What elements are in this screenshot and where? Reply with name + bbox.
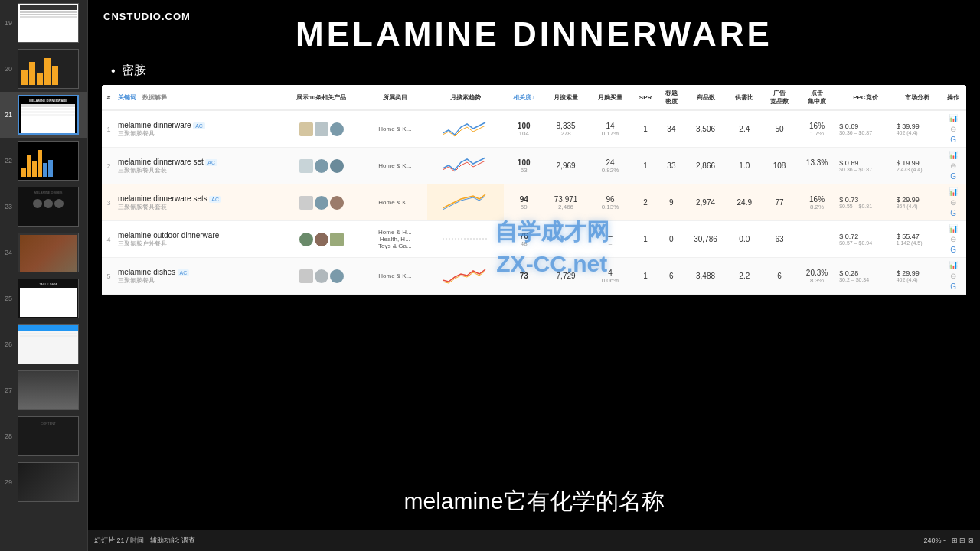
taskbar: 幻灯片 21 / 时间 辅助功能: 调查 240% - ⊞ ⊟ ⊠ bbox=[88, 530, 980, 551]
keyword-cn-2: 三聚氰胺餐具套装 bbox=[118, 166, 278, 174]
col-category: 所属类目 bbox=[363, 85, 427, 110]
slide-thumb-23[interactable]: 23 MELAMINE DISHES bbox=[0, 184, 87, 230]
products-5: 3,488 bbox=[684, 258, 727, 295]
circle-icon-1[interactable]: ⊖ bbox=[950, 125, 956, 133]
ppc-4: $ 0.72 $0.57 – $0.94 bbox=[837, 221, 893, 258]
trend-1 bbox=[427, 110, 505, 148]
monthly-buy-4: – – bbox=[588, 221, 632, 258]
product-images-3 bbox=[280, 184, 363, 221]
title-density-5: 6 bbox=[658, 258, 684, 295]
chart-icon-4[interactable]: 📊 bbox=[949, 224, 958, 233]
slide-thumb-28[interactable]: 28 CONTENT bbox=[0, 413, 87, 459]
monthly-buy-1: 14 0.17% bbox=[588, 110, 632, 148]
monthly-search-5: 7,729 bbox=[544, 258, 588, 295]
chart-icon-5[interactable]: 📊 bbox=[949, 261, 958, 269]
slide-thumb-24[interactable]: 24 bbox=[0, 230, 87, 276]
relevance-5: 73 bbox=[504, 258, 544, 295]
keyword-cell-3: melamine dinnerware sets AC 三聚氰胺餐具套装 bbox=[116, 184, 280, 221]
slide-num-19: 19 bbox=[5, 19, 15, 27]
product-images-1 bbox=[280, 110, 363, 148]
row-num-5: 5 bbox=[102, 258, 116, 295]
ppc-2: $ 0.69 $0.36 – $0.87 bbox=[837, 148, 893, 184]
col-num: # bbox=[102, 85, 116, 110]
col-keyword: 关键词 数据解释 bbox=[116, 85, 280, 110]
col-monthly-buy: 月购买量 bbox=[588, 85, 632, 110]
slide-area: CNSTUDIO.COM MELAMINE DINNERWARE • 密胺 # … bbox=[88, 0, 980, 551]
thumb-25: TABLE DATA bbox=[18, 279, 79, 318]
taskbar-status: 辅助功能: 调查 bbox=[150, 536, 195, 546]
thumb-19 bbox=[18, 3, 79, 43]
subtitle-bar: melamine它有化学的名称 bbox=[88, 474, 980, 530]
circle-icon-5[interactable]: ⊖ bbox=[950, 272, 956, 280]
keyword-text-3: melamine dinnerware sets bbox=[118, 194, 207, 203]
search-icon-2[interactable]: G bbox=[950, 172, 956, 181]
slide-thumb-22[interactable]: 22 bbox=[0, 138, 87, 184]
title-density-2: 33 bbox=[658, 148, 684, 184]
category-4: Home & H... Health, H... Toys & Ga... bbox=[363, 221, 427, 258]
slide-num-25: 25 bbox=[5, 295, 15, 302]
slide-panel: 19 20 21 bbox=[0, 0, 88, 551]
spr-5: 1 bbox=[632, 258, 658, 295]
chart-icon-3[interactable]: 📊 bbox=[949, 187, 958, 196]
spr-1: 1 bbox=[632, 110, 658, 148]
keyword-tag-ac-2: AC bbox=[205, 159, 217, 166]
ad-count-3: 77 bbox=[762, 184, 797, 221]
table-row-5: 5 melamine dishes AC 三聚氰胺餐具 bbox=[102, 258, 966, 295]
spr-3: 2 bbox=[632, 184, 658, 221]
product-images-5 bbox=[280, 258, 363, 295]
trend-3 bbox=[427, 184, 505, 221]
market-1: $ 39.99 402 (4.4) bbox=[894, 110, 941, 148]
table-header-row: # 关键词 数据解释 展示10条相关产品 所属类目 月搜索趋势 相关度↓ 月搜索… bbox=[102, 85, 966, 110]
products-1: 3,506 bbox=[684, 110, 727, 148]
click-3: 16% 8.2% bbox=[797, 184, 837, 221]
supply-5: 2.2 bbox=[727, 258, 762, 295]
search-icon-4[interactable]: G bbox=[950, 246, 956, 254]
thumb-29 bbox=[18, 462, 79, 502]
circle-icon-4[interactable]: ⊖ bbox=[950, 235, 956, 243]
chart-icon-2[interactable]: 📊 bbox=[949, 151, 958, 159]
thumb-22 bbox=[18, 141, 79, 181]
slide-info: 幻灯片 21 / 时间 bbox=[94, 536, 144, 546]
actions-3: 📊 ⊖ G bbox=[940, 184, 966, 221]
search-icon-5[interactable]: G bbox=[950, 282, 956, 291]
col-relevance: 相关度↓ bbox=[504, 85, 544, 110]
monthly-search-4: – bbox=[544, 221, 588, 258]
actions-2: 📊 ⊖ G bbox=[940, 148, 966, 184]
search-icon-3[interactable]: G bbox=[950, 209, 956, 217]
trend-5 bbox=[427, 258, 505, 295]
trend-4 bbox=[427, 221, 505, 258]
slide-num-20: 20 bbox=[5, 65, 15, 73]
trend-2 bbox=[427, 148, 505, 184]
slide-thumb-27[interactable]: 27 bbox=[0, 367, 87, 413]
slide-thumb-21[interactable]: 21 MELAMINE DINNERWARE bbox=[0, 92, 87, 138]
products-3: 2,974 bbox=[684, 184, 727, 221]
logo: CNSTUDIO.COM bbox=[103, 11, 191, 22]
col-supply: 供需比 bbox=[727, 85, 762, 110]
title-density-1: 34 bbox=[658, 110, 684, 148]
click-4: – bbox=[797, 221, 837, 258]
products-2: 2,866 bbox=[684, 148, 727, 184]
row-num-2: 2 bbox=[102, 148, 116, 184]
keyword-cell-4: melamine outdoor dinnerware 三聚氰胺户外餐具 bbox=[116, 221, 280, 258]
col-ppc: PPC竞价 bbox=[837, 85, 893, 110]
relevance-1: 100 104 bbox=[504, 110, 544, 148]
col-trend: 月搜索趋势 bbox=[427, 85, 505, 110]
chart-icon-1[interactable]: 📊 bbox=[949, 114, 958, 122]
table-row: 1 melamine dinnerware AC 三聚氰胺餐具 bbox=[102, 110, 966, 148]
slide-thumb-29[interactable]: 29 bbox=[0, 459, 87, 505]
slide-thumb-19[interactable]: 19 bbox=[0, 0, 87, 46]
spr-2: 1 bbox=[632, 148, 658, 184]
monthly-buy-3: 96 0.13% bbox=[588, 184, 632, 221]
slide-thumb-20[interactable]: 20 bbox=[0, 46, 87, 92]
title-density-3: 9 bbox=[658, 184, 684, 221]
thumb-24 bbox=[18, 233, 79, 272]
slide-thumb-25[interactable]: 25 TABLE DATA bbox=[0, 276, 87, 321]
circle-icon-2[interactable]: ⊖ bbox=[950, 161, 956, 170]
keyword-cn-1: 三聚氰胺餐具 bbox=[118, 129, 278, 138]
search-icon-1[interactable]: G bbox=[950, 135, 956, 144]
col-analysis: 数据解释 bbox=[142, 94, 167, 101]
keyword-cell-5: melamine dishes AC 三聚氰胺餐具 bbox=[116, 258, 280, 295]
slide-thumb-26[interactable]: 26 bbox=[0, 321, 87, 367]
circle-icon-3[interactable]: ⊖ bbox=[950, 198, 956, 207]
keyword-cell-1: melamine dinnerware AC 三聚氰胺餐具 bbox=[116, 110, 280, 148]
